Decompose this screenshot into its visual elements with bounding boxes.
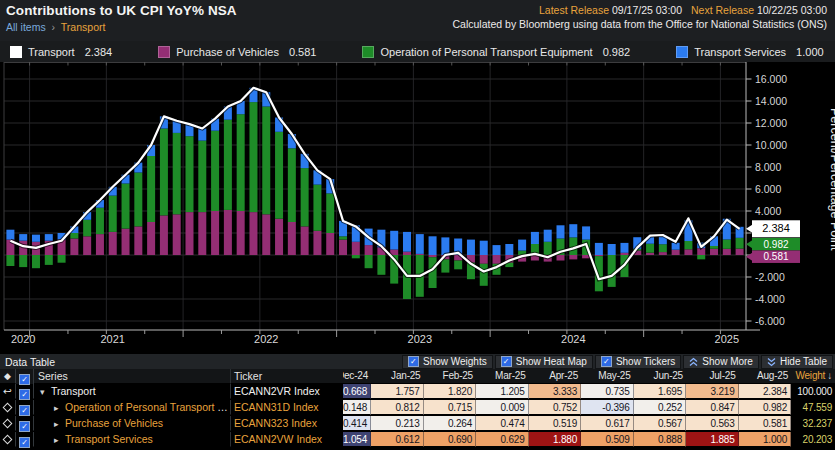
purchase-of-vehicles-swatch-icon: [158, 46, 170, 58]
show-tickers-button[interactable]: ✓Show Tickers: [595, 355, 681, 369]
svg-text:0.982: 0.982: [763, 239, 788, 250]
value-cell: 0.629: [476, 432, 529, 447]
table-header-diamond-icon[interactable]: ◆: [0, 369, 16, 384]
y-axis-tick-label: 12.000: [755, 117, 787, 129]
expand-icon[interactable]: ▸: [54, 417, 65, 431]
row-checkbox[interactable]: ✓: [16, 432, 34, 447]
column-header-Dec-24[interactable]: Dec-24: [343, 369, 371, 384]
column-header-Apr-25[interactable]: Apr-25: [529, 369, 582, 384]
toolbar-button-label: Show Heat Map: [516, 356, 587, 367]
series-cell[interactable]: ▸Purchase of Vehicles: [34, 416, 230, 431]
toolbar-button-label: Hide Table: [780, 356, 827, 367]
weight-cell: 32.237: [791, 416, 835, 431]
legend-item-transport-services[interactable]: Transport Services1.000: [676, 46, 823, 58]
transport-total-line-halo: [10, 88, 739, 279]
ticker-cell[interactable]: ECANN2VW Index: [230, 432, 343, 447]
legend-label: Operation of Personal Transport Equipmen…: [380, 46, 592, 58]
table-row-transport[interactable]: ↩✓▾TransportECANN2VR Index0.6681.7571.82…: [0, 384, 835, 400]
column-header-May-25[interactable]: May-25: [581, 369, 634, 384]
legend-value: 1.000: [796, 46, 824, 58]
y-axis-tick-label: 6.000: [755, 183, 781, 195]
show-more-button[interactable]: Show More: [683, 355, 759, 369]
legend-item-transport[interactable]: Transport2.384: [10, 46, 112, 58]
legend-value: 2.384: [85, 46, 113, 58]
column-header-weight[interactable]: Weight↓: [791, 369, 835, 384]
row-checkbox[interactable]: ✓: [16, 384, 34, 399]
value-cell: 0.617: [581, 416, 634, 431]
breadcrumb-all-items[interactable]: All items: [6, 21, 46, 33]
x-axis-year-label: 2024: [561, 333, 585, 345]
value-cell: 0.581: [739, 416, 792, 431]
hide-table-chevron-icon: [767, 357, 776, 367]
attribution-text: Calculated by Bloomberg using data from …: [453, 17, 827, 31]
show-weights-button[interactable]: ✓Show Weights: [402, 355, 493, 369]
expand-icon[interactable]: ▸: [54, 401, 65, 415]
weight-cell: 20.203: [791, 432, 835, 447]
diamond-icon[interactable]: [0, 416, 16, 431]
value-cell: 1.054: [343, 432, 371, 447]
chart-area: 16.00014.00012.00010.0008.0006.0004.0002…: [0, 62, 835, 354]
row-checkbox[interactable]: ✓: [16, 416, 34, 431]
column-header-Feb-25[interactable]: Feb-25: [424, 369, 477, 384]
legend-item-purchase-of-vehicles[interactable]: Purchase of Vehicles0.581: [158, 46, 316, 58]
y-axis-tick-label: -4.000: [755, 293, 785, 305]
data-table-toolbar: ✓Show Weights✓Show Heat Map✓Show Tickers…: [402, 355, 835, 369]
column-header-Jul-25[interactable]: Jul-25: [686, 369, 739, 384]
operation-of-personal-transport-equipment-swatch-icon: [362, 46, 374, 58]
svg-text:0.581: 0.581: [763, 251, 788, 262]
y-axis-tick-label: 4.000: [755, 205, 781, 217]
ticker-cell[interactable]: ECANN323 Index: [230, 416, 343, 431]
column-header-series[interactable]: Series: [34, 369, 230, 384]
series-cell[interactable]: ▾Transport: [34, 384, 230, 399]
column-header-Jan-25[interactable]: Jan-25: [371, 369, 424, 384]
column-header-Mar-25[interactable]: Mar-25: [476, 369, 529, 384]
table-row-operation-of-personal-transport-equipment[interactable]: ✓▸Operation of Personal Transport Equipm…: [0, 400, 835, 416]
diamond-icon[interactable]: [0, 432, 16, 447]
row-checkbox[interactable]: ✓: [16, 400, 34, 415]
expand-icon[interactable]: ▸: [54, 433, 65, 447]
legend-item-operation-of-personal-transport-equipment[interactable]: Operation of Personal Transport Equipmen…: [362, 46, 630, 58]
table-row-purchase-of-vehicles[interactable]: ✓▸Purchase of VehiclesECANN323 Index0.41…: [0, 416, 835, 432]
y-axis-tick-label: 8.000: [755, 161, 781, 173]
ticker-cell[interactable]: ECANN31D Index: [230, 400, 343, 415]
value-cell: 0.752: [529, 400, 582, 415]
value-cell: 1.205: [476, 384, 529, 399]
collapse-icon[interactable]: ▾: [40, 385, 51, 399]
series-cell[interactable]: ▸Transport Services: [34, 432, 230, 447]
series-cell[interactable]: ▸Operation of Personal Transport Equipme…: [34, 400, 230, 415]
value-cell: 1.880: [529, 432, 582, 447]
show-heat-map-checkbox-icon[interactable]: ✓: [501, 356, 512, 367]
x-axis-year-label: 2025: [715, 333, 739, 345]
column-header-Aug-25[interactable]: Aug-25: [739, 369, 792, 384]
value-cell: 1.820: [424, 384, 477, 399]
value-cell: 0.715: [424, 400, 477, 415]
next-release-label: Next Release: [691, 4, 754, 16]
data-table-bar: Data Table ✓Show Weights✓Show Heat Map✓S…: [0, 354, 835, 369]
show-tickers-checkbox-icon[interactable]: ✓: [601, 356, 612, 367]
value-cell: 0.668: [343, 384, 371, 399]
breadcrumb-transport[interactable]: Transport: [61, 21, 106, 33]
value-cell: 0.567: [634, 416, 687, 431]
value-cell: 0.264: [424, 416, 477, 431]
diamond-icon[interactable]: [0, 400, 16, 415]
table-row-transport-services[interactable]: ✓▸Transport ServicesECANN2VW Index1.0540…: [0, 432, 835, 448]
column-header-ticker[interactable]: Ticker: [230, 369, 343, 384]
value-cell: 0.888: [634, 432, 687, 447]
show-more-chevron-icon: [689, 357, 698, 367]
value-cell: 0.612: [371, 432, 424, 447]
x-axis-year-label: 2023: [408, 333, 432, 345]
hide-table-button[interactable]: Hide Table: [761, 355, 833, 369]
axis-callout-0.581: 0.581: [746, 250, 800, 263]
breadcrumb-separator-icon: ›: [49, 21, 59, 33]
column-header-Jun-25[interactable]: Jun-25: [634, 369, 687, 384]
undo-icon[interactable]: ↩: [0, 384, 16, 399]
x-axis-year-label: 2020: [11, 333, 35, 345]
show-heat-map-button[interactable]: ✓Show Heat Map: [495, 355, 593, 369]
transport-services-swatch-icon: [676, 46, 688, 58]
show-weights-checkbox-icon[interactable]: ✓: [408, 356, 419, 367]
toolbar-button-label: Show Tickers: [616, 356, 675, 367]
value-cell: 0.519: [529, 416, 582, 431]
ticker-cell[interactable]: ECANN2VR Index: [230, 384, 343, 399]
page-title: Contributions to UK CPI YoY% NSA: [6, 3, 237, 18]
value-cell: 0.509: [581, 432, 634, 447]
